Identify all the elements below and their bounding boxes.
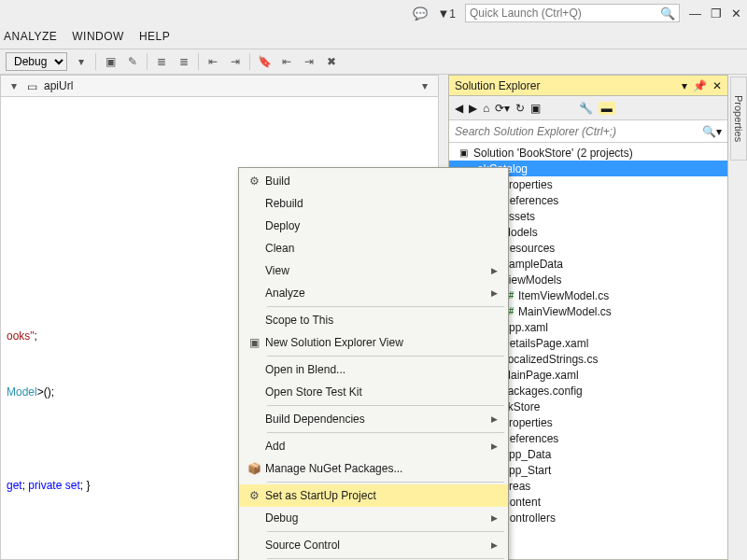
restore-button[interactable]: ❐ [711,7,722,21]
tool-icon[interactable]: ⇤ [278,53,295,70]
solution-explorer-toolbar: ◀ ▶ ⌂ ⟳▾ ↻ ▣ 🔧 ▬ [449,96,727,120]
properties-tab[interactable]: Properties [730,77,747,161]
bookmark-icon[interactable]: 🔖 [256,53,273,70]
dropdown-icon[interactable]: ▾ [7,79,21,92]
home-icon[interactable]: ⌂ [483,102,489,115]
ctx-rebuild[interactable]: Rebuild [239,192,508,215]
menu-analyze[interactable]: ANALYZE [4,30,57,43]
ctx-clean[interactable]: Clean [239,237,508,259]
chevron-right-icon: ▶ [491,414,500,424]
search-icon[interactable]: 🔍 [660,7,675,21]
dropdown-button[interactable]: ▾ [73,53,90,70]
ctx-deploy[interactable]: Deploy [239,215,508,237]
tool-icon[interactable]: ⇥ [301,53,317,70]
window-titlebar-right: 💬 ▼1 🔍 — ❐ ✕ [413,4,741,22]
ctx-open-blend[interactable]: Open in Blend... [239,358,508,381]
separator [267,356,504,357]
member-icon: ▭ [27,80,38,91]
sync-icon[interactable]: ⟳▾ [495,102,510,115]
highlight-icon[interactable]: ▬ [599,102,615,115]
separator [267,531,504,532]
build-icon: ⚙ [243,175,265,188]
quick-launch-input[interactable] [470,7,660,20]
close-button[interactable]: ✕ [731,7,741,21]
ctx-nuget[interactable]: 📦Manage NuGet Packages... [239,457,508,480]
ctx-source-control[interactable]: Source Control▶ [239,534,508,556]
chevron-right-icon: ▶ [491,540,500,550]
refresh-icon[interactable]: ↻ [515,102,525,115]
tool-icon[interactable]: ⇥ [227,53,244,70]
dropdown-icon[interactable]: ▾ [417,79,432,92]
separator [147,53,148,70]
collapse-icon[interactable]: ▣ [530,102,541,115]
panel-title: Solution Explorer [455,79,676,92]
gear-icon: ⚙ [243,489,265,502]
ctx-build[interactable]: ⚙Build [239,170,508,192]
separator [267,432,504,433]
ctx-add[interactable]: Add▶ [239,435,508,457]
tool-icon[interactable]: ⇤ [204,53,221,70]
menu-window[interactable]: WINDOW [72,30,124,43]
separator [249,53,250,70]
solution-explorer-header: Solution Explorer ▾ 📌 ✕ [449,76,727,96]
tree-root[interactable]: ▣ Solution 'BookStore' (2 projects) [449,145,727,161]
separator [267,306,504,307]
menu-help[interactable]: HELP [139,30,170,43]
separator [267,405,504,406]
tool-icon[interactable]: ≣ [153,53,170,70]
ctx-analyze[interactable]: Analyze▶ [239,282,508,304]
chevron-right-icon: ▶ [491,288,500,298]
separator [95,53,96,70]
solution-icon: ▣ [457,147,470,160]
ctx-open-store-test[interactable]: Open Store Test Kit [239,381,508,403]
dropdown-icon[interactable]: ▾ [682,79,687,92]
tool-icon[interactable]: ✖ [323,53,340,70]
ctx-view[interactable]: View▶ [239,259,508,282]
menubar: ANALYZE WINDOW HELP [0,28,174,45]
separator [198,53,199,70]
ctx-set-startup[interactable]: ⚙Set as StartUp Project [239,484,508,507]
config-select[interactable]: Debug [6,52,67,71]
separator [267,558,504,559]
main-toolbar: Debug ▾ ▣ ✎ ≣ ≣ ⇤ ⇥ 🔖 ⇤ ⇥ ✖ [0,49,747,75]
solution-search-input[interactable] [455,125,702,138]
quick-launch-box[interactable]: 🔍 [465,4,680,22]
tool-icon[interactable]: ≣ [176,53,192,70]
solution-search-box[interactable]: 🔍▾ [449,120,727,143]
package-icon: 📦 [243,462,265,475]
editor-navbar: ▾ ▭ apiUrl ▾ [0,75,439,97]
separator [267,482,504,483]
forward-icon[interactable]: ▶ [469,102,477,115]
ctx-build-deps[interactable]: Build Dependencies▶ [239,408,508,430]
window-icon: ▣ [243,336,265,349]
feedback-icon[interactable]: 💬 [413,7,428,21]
chevron-right-icon: ▶ [491,266,500,275]
ctx-new-explorer[interactable]: ▣New Solution Explorer View [239,331,508,354]
close-icon[interactable]: ✕ [712,79,722,92]
ctx-debug[interactable]: Debug▶ [239,507,508,529]
chevron-right-icon: ▶ [491,513,500,523]
tool-icon[interactable]: ▣ [102,53,119,70]
notifications-icon[interactable]: ▼1 [437,7,456,21]
minimize-button[interactable]: — [689,7,701,21]
member-label[interactable]: apiUrl [44,79,73,92]
ctx-scope[interactable]: Scope to This [239,309,508,331]
pin-icon[interactable]: 📌 [693,79,707,92]
search-icon[interactable]: 🔍▾ [702,125,722,138]
tool-icon[interactable]: ✎ [124,53,141,70]
chevron-right-icon: ▶ [491,441,500,451]
back-icon[interactable]: ◀ [455,102,463,115]
project-context-menu: ⚙Build Rebuild Deploy Clean View▶ Analyz… [238,167,509,560]
properties-icon[interactable]: 🔧 [579,102,593,115]
